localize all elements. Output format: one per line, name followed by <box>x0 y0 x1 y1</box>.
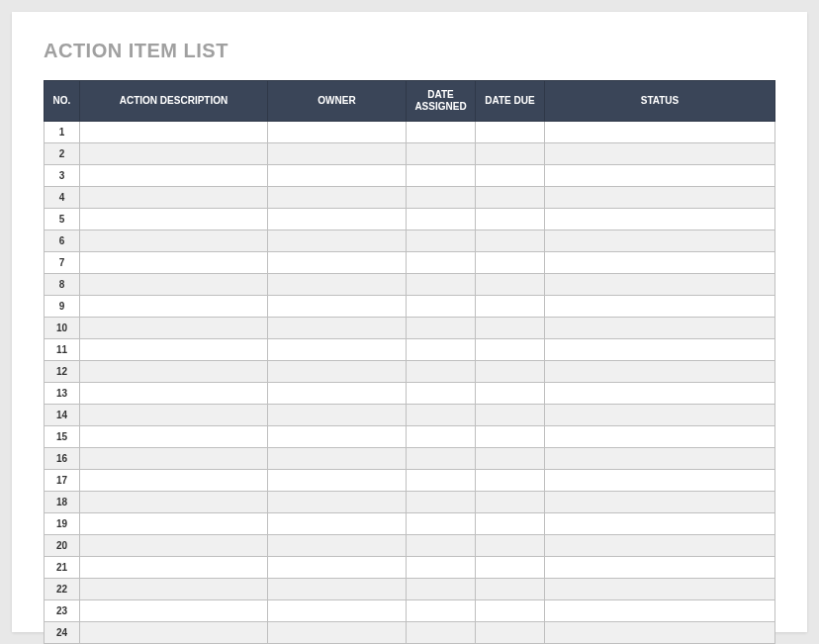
cell-owner[interactable] <box>268 209 407 230</box>
cell-no[interactable]: 13 <box>45 383 80 405</box>
cell-description[interactable] <box>80 143 268 165</box>
cell-assigned[interactable] <box>407 513 476 535</box>
cell-no[interactable]: 4 <box>45 187 80 209</box>
cell-description[interactable] <box>80 339 268 361</box>
cell-description[interactable] <box>80 426 268 448</box>
cell-no[interactable]: 8 <box>45 274 80 296</box>
cell-due[interactable] <box>476 383 545 405</box>
cell-owner[interactable] <box>268 383 407 405</box>
cell-assigned[interactable] <box>407 557 476 579</box>
cell-assigned[interactable] <box>407 426 476 448</box>
cell-no[interactable]: 9 <box>45 296 80 318</box>
cell-assigned[interactable] <box>407 405 476 426</box>
cell-no[interactable]: 10 <box>45 318 80 339</box>
cell-no[interactable]: 5 <box>45 209 80 230</box>
cell-description[interactable] <box>80 557 268 579</box>
cell-due[interactable] <box>476 230 545 252</box>
cell-owner[interactable] <box>268 622 407 644</box>
cell-due[interactable] <box>476 361 545 383</box>
cell-description[interactable] <box>80 122 268 143</box>
cell-assigned[interactable] <box>407 600 476 622</box>
cell-due[interactable] <box>476 339 545 361</box>
cell-assigned[interactable] <box>407 470 476 492</box>
cell-no[interactable]: 24 <box>45 622 80 644</box>
cell-owner[interactable] <box>268 296 407 318</box>
cell-due[interactable] <box>476 470 545 492</box>
cell-due[interactable] <box>476 600 545 622</box>
cell-no[interactable]: 20 <box>45 535 80 557</box>
cell-assigned[interactable] <box>407 339 476 361</box>
cell-due[interactable] <box>476 165 545 187</box>
cell-due[interactable] <box>476 274 545 296</box>
cell-due[interactable] <box>476 209 545 230</box>
cell-status[interactable] <box>545 535 775 557</box>
cell-due[interactable] <box>476 426 545 448</box>
cell-status[interactable] <box>545 230 775 252</box>
cell-assigned[interactable] <box>407 143 476 165</box>
cell-status[interactable] <box>545 318 775 339</box>
cell-no[interactable]: 3 <box>45 165 80 187</box>
cell-no[interactable]: 23 <box>45 600 80 622</box>
cell-assigned[interactable] <box>407 274 476 296</box>
cell-no[interactable]: 7 <box>45 252 80 274</box>
cell-owner[interactable] <box>268 557 407 579</box>
cell-assigned[interactable] <box>407 187 476 209</box>
cell-no[interactable]: 1 <box>45 122 80 143</box>
cell-no[interactable]: 11 <box>45 339 80 361</box>
cell-description[interactable] <box>80 209 268 230</box>
cell-assigned[interactable] <box>407 535 476 557</box>
cell-assigned[interactable] <box>407 165 476 187</box>
cell-owner[interactable] <box>268 600 407 622</box>
cell-status[interactable] <box>545 426 775 448</box>
cell-assigned[interactable] <box>407 383 476 405</box>
cell-due[interactable] <box>476 535 545 557</box>
cell-no[interactable]: 22 <box>45 579 80 600</box>
cell-owner[interactable] <box>268 448 407 470</box>
cell-no[interactable]: 6 <box>45 230 80 252</box>
cell-no[interactable]: 21 <box>45 557 80 579</box>
cell-status[interactable] <box>545 622 775 644</box>
cell-description[interactable] <box>80 296 268 318</box>
cell-description[interactable] <box>80 274 268 296</box>
cell-no[interactable]: 18 <box>45 492 80 513</box>
cell-owner[interactable] <box>268 230 407 252</box>
cell-no[interactable]: 2 <box>45 143 80 165</box>
cell-owner[interactable] <box>268 143 407 165</box>
cell-status[interactable] <box>545 361 775 383</box>
cell-description[interactable] <box>80 513 268 535</box>
cell-status[interactable] <box>545 187 775 209</box>
cell-assigned[interactable] <box>407 122 476 143</box>
cell-owner[interactable] <box>268 426 407 448</box>
cell-owner[interactable] <box>268 252 407 274</box>
cell-description[interactable] <box>80 622 268 644</box>
cell-description[interactable] <box>80 252 268 274</box>
cell-due[interactable] <box>476 187 545 209</box>
cell-assigned[interactable] <box>407 492 476 513</box>
cell-owner[interactable] <box>268 513 407 535</box>
cell-owner[interactable] <box>268 405 407 426</box>
cell-assigned[interactable] <box>407 579 476 600</box>
cell-due[interactable] <box>476 143 545 165</box>
cell-description[interactable] <box>80 600 268 622</box>
cell-no[interactable]: 17 <box>45 470 80 492</box>
cell-status[interactable] <box>545 579 775 600</box>
cell-assigned[interactable] <box>407 230 476 252</box>
cell-due[interactable] <box>476 318 545 339</box>
cell-owner[interactable] <box>268 274 407 296</box>
cell-status[interactable] <box>545 143 775 165</box>
cell-description[interactable] <box>80 165 268 187</box>
cell-description[interactable] <box>80 448 268 470</box>
cell-due[interactable] <box>476 492 545 513</box>
cell-status[interactable] <box>545 557 775 579</box>
cell-due[interactable] <box>476 579 545 600</box>
cell-status[interactable] <box>545 165 775 187</box>
cell-description[interactable] <box>80 383 268 405</box>
cell-owner[interactable] <box>268 492 407 513</box>
cell-description[interactable] <box>80 187 268 209</box>
cell-assigned[interactable] <box>407 209 476 230</box>
cell-status[interactable] <box>545 470 775 492</box>
cell-status[interactable] <box>545 296 775 318</box>
cell-status[interactable] <box>545 600 775 622</box>
cell-no[interactable]: 15 <box>45 426 80 448</box>
cell-due[interactable] <box>476 296 545 318</box>
